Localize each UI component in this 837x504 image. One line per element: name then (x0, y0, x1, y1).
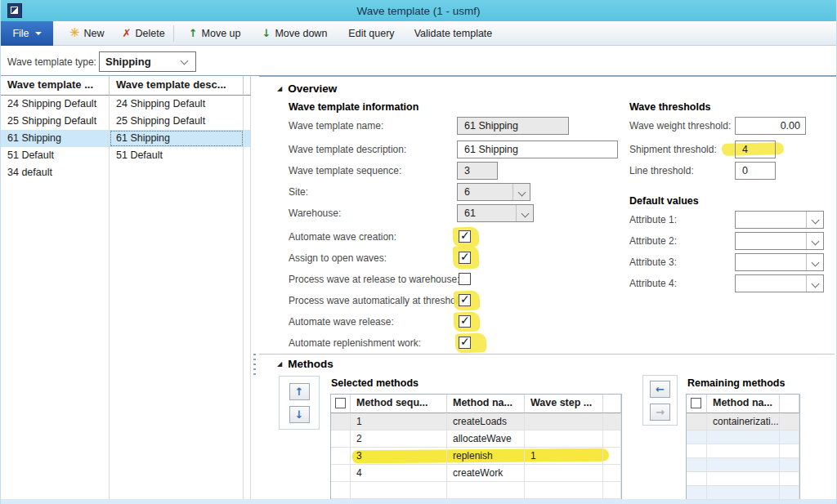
template-row-extra[interactable] (244, 164, 251, 181)
chevron-down-icon (811, 237, 819, 245)
process-wave-at-release-label: Process wave at release to warehouse: (289, 274, 459, 285)
column-header-method-sequence[interactable]: Method sequ... (351, 395, 447, 413)
warehouse-select[interactable]: 61 (457, 204, 534, 222)
chevron-down-icon (181, 57, 189, 65)
panel-splitter[interactable] (251, 76, 259, 499)
template-row-desc[interactable] (110, 164, 244, 181)
template-row-name[interactable]: 34 default (1, 164, 110, 181)
remaining-method-cell[interactable]: containerizati... (707, 413, 780, 430)
wave-template-sequence-field[interactable]: 3 (457, 162, 498, 180)
arrow-right-icon: → (656, 407, 665, 417)
wave-template-description-field[interactable]: 61 Shipping (457, 140, 618, 158)
move-method-up-button[interactable]: ↑ (289, 383, 310, 400)
move-up-button[interactable]: ↑ Move up (189, 28, 241, 39)
site-label: Site: (289, 186, 308, 198)
attribute1-select[interactable] (735, 211, 824, 229)
method-seq-cell[interactable]: 3 (351, 448, 447, 465)
template-row-desc[interactable]: 51 Default (110, 147, 244, 164)
titlebar: Wave template (1 - usmf) (1, 0, 836, 21)
wave-weight-threshold-field[interactable]: 0.00 (735, 117, 806, 135)
method-name-cell[interactable]: replenish (447, 448, 525, 465)
template-row-name[interactable]: 61 Shipping (1, 130, 110, 147)
file-menu-button[interactable]: File (1, 21, 53, 46)
template-row-desc[interactable]: 61 Shipping (110, 130, 244, 147)
move-method-down-button[interactable]: ↓ (289, 406, 310, 423)
template-row-name[interactable]: 24 Shipping Default (1, 96, 110, 113)
template-row-extra[interactable] (244, 96, 251, 113)
column-header-name[interactable]: Wave template ... (1, 76, 110, 96)
detail-panel: ◢ Overview Wave template information Wav… (259, 76, 836, 499)
validate-template-button[interactable]: Validate template (414, 28, 493, 39)
template-row-desc[interactable]: 25 Shipping Default (110, 113, 244, 130)
column-header-clipped[interactable]: W (244, 76, 251, 96)
column-header-method-name[interactable]: Method na... (707, 395, 780, 413)
automate-wave-creation-checkbox[interactable]: ✓ (459, 230, 471, 243)
template-row-desc[interactable]: 24 Shipping Default (110, 96, 244, 113)
shipment-threshold-label: Shipment threshold: (629, 144, 717, 155)
wave-template-type-select[interactable]: Shipping (99, 51, 196, 72)
arrow-down-icon: ↓ (262, 28, 271, 38)
assign-to-open-waves-label: Assign to open waves: (289, 252, 387, 264)
column-header-method-name[interactable]: Method na... (447, 395, 525, 413)
arrow-down-icon: ↓ (295, 409, 304, 420)
file-menu-label: File (12, 28, 29, 39)
chevron-down-icon (521, 209, 529, 217)
automate-wave-release-checkbox[interactable]: ✓ (459, 315, 471, 328)
wave-template-type-value: Shipping (105, 56, 151, 68)
default-values-heading: Default values (629, 195, 699, 207)
app-icon (7, 3, 22, 18)
toolbar: File ✳ New ✗ Delete ↑ Move up ↓ Move dow… (1, 21, 836, 46)
name-label: Wave template name: (289, 120, 383, 132)
move-down-button[interactable]: ↓ Move down (262, 28, 328, 39)
automate-replenishment-label: Automate replenishment work: (289, 337, 421, 349)
process-wave-at-release-checkbox[interactable]: ✓ (459, 273, 471, 285)
method-name-cell[interactable]: allocateWave (447, 430, 525, 448)
chevron-down-icon (811, 279, 819, 288)
column-header-wave-step[interactable]: Wave step ... (525, 395, 603, 413)
overview-section-header[interactable]: ◢ Overview (277, 83, 337, 95)
selected-methods-grid: Method sequ... Method na... Wave step ..… (330, 394, 622, 499)
wave-step-cell[interactable] (525, 430, 603, 448)
method-name-cell[interactable]: createWork (447, 465, 525, 482)
site-select[interactable]: 6 (457, 183, 530, 201)
method-seq-cell[interactable]: 4 (351, 465, 447, 482)
select-all-checkbox[interactable] (335, 398, 346, 408)
attribute2-select[interactable] (735, 232, 824, 250)
assign-to-open-waves-checkbox[interactable]: ✓ (459, 252, 471, 264)
attribute3-select[interactable] (735, 253, 824, 271)
methods-section-header[interactable]: ◢ Methods (277, 358, 333, 370)
method-name-cell[interactable]: createLoads (447, 413, 525, 430)
template-row-name[interactable]: 25 Shipping Default (1, 113, 110, 130)
template-row-name[interactable]: 51 Default (1, 147, 110, 164)
delete-button[interactable]: ✗ Delete (123, 28, 165, 39)
attribute1-label: Attribute 1: (629, 214, 677, 225)
new-button[interactable]: ✳ New (69, 27, 105, 39)
process-wave-at-threshold-checkbox[interactable]: ✓ (459, 294, 471, 306)
template-row-extra[interactable] (244, 147, 251, 164)
select-all-checkbox[interactable] (691, 398, 701, 408)
splitter-grip-icon (253, 354, 256, 375)
remaining-methods-grid: Method na... containerizati... (686, 394, 800, 499)
attribute4-select[interactable] (735, 274, 824, 292)
automate-replenishment-checkbox[interactable]: ✓ (459, 337, 471, 349)
wave-step-cell[interactable] (525, 413, 603, 430)
template-row-extra[interactable] (244, 130, 251, 147)
shipment-threshold-field[interactable]: 4 (735, 140, 776, 158)
wave-template-name-field[interactable]: 61 Shipping (457, 117, 569, 135)
delete-x-icon: ✗ (123, 28, 132, 38)
warehouse-label: Warehouse: (289, 207, 341, 219)
wave-step-cell[interactable] (525, 465, 603, 482)
line-threshold-field[interactable]: 0 (735, 162, 776, 180)
sequence-label: Wave template sequence: (289, 165, 401, 176)
method-seq-cell[interactable]: 1 (351, 413, 447, 430)
wave-step-cell[interactable]: 1 (525, 448, 603, 465)
selected-methods-heading: Selected methods (331, 377, 418, 389)
method-seq-cell[interactable]: 2 (351, 430, 447, 448)
template-row-extra[interactable] (244, 113, 251, 130)
column-header-description[interactable]: Wave template desc... (110, 76, 244, 96)
remove-method-button[interactable]: → (650, 404, 670, 421)
section-divider (259, 354, 835, 355)
attribute4-label: Attribute 4: (629, 278, 677, 289)
edit-query-button[interactable]: Edit query (348, 28, 394, 39)
add-method-button[interactable]: ← (650, 381, 670, 398)
